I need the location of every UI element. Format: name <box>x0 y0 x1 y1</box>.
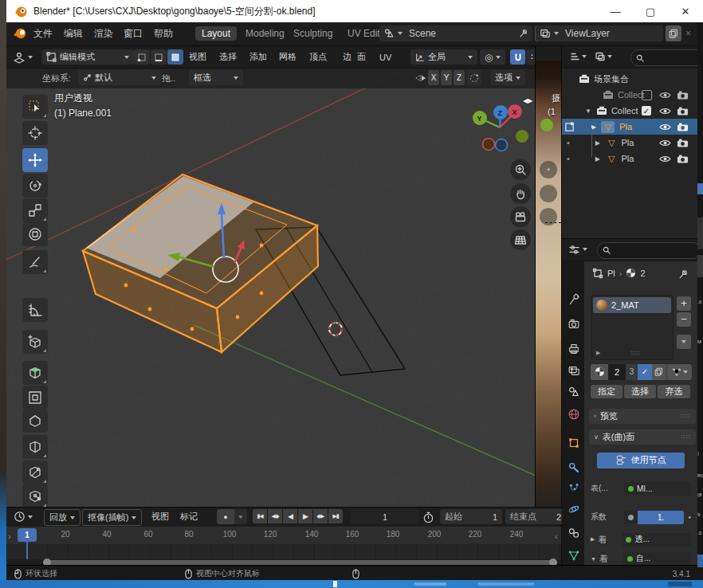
timeline-editor-type-button[interactable] <box>14 511 33 523</box>
eye-icon[interactable] <box>659 91 671 100</box>
tool-poly-build[interactable] <box>22 484 48 507</box>
timeline-collapse-arrow[interactable]: ‹ <box>555 531 558 541</box>
menu-face[interactable]: 面 <box>357 46 366 68</box>
zoom-button[interactable]: + <box>540 161 557 178</box>
new-view-layer-button[interactable] <box>666 25 681 41</box>
tab-output[interactable] <box>564 340 583 358</box>
auto-key-record-button[interactable]: ● <box>217 509 234 524</box>
properties-editor-type-button[interactable] <box>568 244 587 256</box>
next-keyframe-button[interactable]: ◆▶ <box>313 509 328 523</box>
menu-render[interactable]: 渲染 <box>94 22 113 45</box>
material-name-field[interactable]: 2 <box>608 364 626 380</box>
select-mode-face-button[interactable] <box>167 49 183 65</box>
camera-restrict-icon[interactable] <box>677 107 689 116</box>
tool-knife[interactable] <box>22 461 48 484</box>
menu-edit[interactable]: 编辑 <box>64 22 83 45</box>
falloff-button[interactable] <box>466 70 481 85</box>
maximize-button[interactable]: ▢ <box>633 0 668 22</box>
frame-end-field[interactable]: 结束点 2 <box>505 509 566 524</box>
timeline-expand-arrow[interactable]: › <box>8 531 11 541</box>
tab-tool[interactable] <box>564 291 583 308</box>
tab-constraints[interactable] <box>564 524 583 542</box>
previous-keyframe-button[interactable]: ◀◆ <box>268 509 282 523</box>
scene-selector[interactable]: Scene <box>379 25 532 41</box>
row-object-active[interactable]: ▶ ▽ Pla <box>562 119 703 135</box>
tool-add-cube[interactable] <box>22 330 48 354</box>
timeline-ruler[interactable]: 1 20 40 60 80 100 120 140 160 180 200 22… <box>6 527 561 544</box>
properties-editor[interactable]: Pl › 2 2_MAT ▶ ∷∷ <box>562 238 703 565</box>
tab-world[interactable] <box>564 406 583 423</box>
shader2-dropdown[interactable]: 自... <box>623 552 691 566</box>
3d-viewport[interactable]: Y Z X <box>6 46 535 507</box>
close-button[interactable]: ✕ <box>668 0 703 22</box>
socket-button[interactable] <box>624 511 638 524</box>
tool-bevel[interactable] <box>22 409 48 433</box>
users-count-button[interactable]: 3 <box>626 364 638 380</box>
mirror-x-button[interactable]: X <box>428 70 439 85</box>
factor-slider[interactable]: 1. <box>638 511 684 524</box>
menu-mesh[interactable]: 网格 <box>279 46 297 68</box>
tab-view-layer[interactable] <box>564 362 583 379</box>
row-object[interactable]: • ▶ ▽ Pla <box>562 151 703 167</box>
list-expand-icon[interactable]: ▶ <box>596 350 600 356</box>
current-frame-indicator[interactable]: 1 <box>18 528 37 542</box>
tool-select-box[interactable] <box>22 95 48 119</box>
camera-restrict-icon[interactable] <box>677 139 689 147</box>
stopwatch-icon[interactable] <box>422 512 434 523</box>
frame-start-field[interactable]: 起始 1 <box>440 509 502 524</box>
options-dropdown[interactable]: 选项 <box>490 70 525 85</box>
orthographic-toggle-button[interactable] <box>510 229 531 250</box>
row-collection-disabled[interactable]: Collect <box>562 87 703 103</box>
jump-to-end-button[interactable]: ▶▮ <box>328 509 343 523</box>
expand-icon[interactable]: ▶ <box>591 536 595 543</box>
new-material-button[interactable] <box>652 364 665 380</box>
editor-type-button[interactable] <box>13 46 33 68</box>
drag-grip-icon[interactable]: ∷∷ <box>681 433 691 441</box>
current-frame-field[interactable]: 1 <box>351 509 419 524</box>
pin-icon[interactable] <box>519 29 528 38</box>
menu-window[interactable]: 窗口 <box>124 22 143 45</box>
tool-inset-faces[interactable] <box>22 386 48 410</box>
minimize-button[interactable]: — <box>598 0 633 22</box>
expand-arrow[interactable]: ▶ <box>595 139 600 147</box>
tab-render[interactable] <box>564 316 583 333</box>
eye-icon[interactable] <box>659 139 671 147</box>
mirror-y-button[interactable]: Y <box>441 70 452 85</box>
expand-icon[interactable]: ▼ <box>591 556 596 562</box>
menu-help[interactable]: 帮助 <box>154 22 173 45</box>
menu-vertex[interactable]: 顶点 <box>309 46 327 68</box>
timeline-editor[interactable]: 回放 抠像(插帧) 视图 标记 ● ▮◀ ◀◆ ◀ ▶ ◆▶ <box>6 507 561 566</box>
menu-add[interactable]: 添加 <box>249 46 267 68</box>
material-slot-list[interactable]: 2_MAT ▶ ∷∷ <box>591 295 674 360</box>
drag-grip-icon[interactable]: ∷∷ <box>681 413 691 420</box>
breadcrumb-object[interactable]: Pl <box>607 269 615 278</box>
tab-physics[interactable] <box>564 500 583 518</box>
eye-icon[interactable] <box>659 155 671 163</box>
keying-menu[interactable]: 抠像(插帧) <box>82 509 142 526</box>
tab-object-data[interactable] <box>564 547 583 564</box>
orientation-dropdown[interactable]: 默认 <box>78 70 161 85</box>
exclude-checkbox-unchecked[interactable] <box>642 90 652 100</box>
camera-restrict-icon[interactable] <box>677 155 689 163</box>
row-scene-collection[interactable]: 场景集合 <box>562 71 703 87</box>
playback-menu[interactable]: 回放 <box>44 509 81 526</box>
tool-measure[interactable] <box>22 298 48 322</box>
animate-dot-icon[interactable]: • <box>688 512 691 522</box>
browse-material-button[interactable] <box>591 364 608 380</box>
gizmo-y-ball[interactable] <box>540 119 553 131</box>
panel-surface[interactable]: ∨ 表(曲)面 ∷∷ <box>589 429 696 445</box>
tab-scene[interactable] <box>564 383 583 401</box>
camera-restrict-icon[interactable] <box>677 91 689 100</box>
camera-restrict-icon[interactable] <box>677 123 689 131</box>
app-menu-button[interactable] <box>13 22 27 45</box>
menu-view[interactable]: 视图 <box>189 46 206 68</box>
tool-rotate[interactable] <box>22 174 48 198</box>
tab-particles[interactable] <box>564 479 583 496</box>
expand-arrow[interactable]: ▼ <box>585 108 591 115</box>
tab-object[interactable] <box>564 434 583 452</box>
tool-move[interactable] <box>22 148 48 172</box>
tool-annotate[interactable] <box>22 250 48 274</box>
expand-arrow[interactable]: ▶ <box>595 155 600 163</box>
timeline-tracks[interactable] <box>6 544 561 559</box>
outliner-editor[interactable]: 场景集合 Collect ▼ <box>562 46 703 238</box>
